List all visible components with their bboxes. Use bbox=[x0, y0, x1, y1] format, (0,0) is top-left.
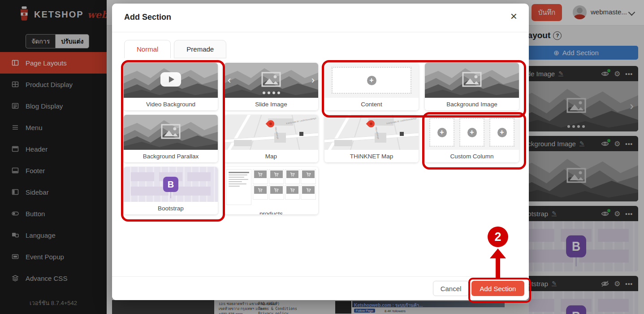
add-section-button[interactable]: Add Section bbox=[471, 281, 524, 296]
tile-label: Video Background bbox=[124, 98, 218, 110]
tile-label: Custom Column bbox=[425, 150, 519, 162]
tile-label: Background Image bbox=[425, 98, 519, 110]
tile-label: products bbox=[224, 207, 318, 214]
tile-label: Bootstrap bbox=[124, 202, 218, 214]
tile-label: Slide Image bbox=[224, 98, 318, 110]
modal-header: Add Section × bbox=[112, 4, 529, 32]
column-placeholder: + bbox=[489, 118, 514, 147]
product-cards bbox=[253, 170, 316, 205]
tile-products[interactable]: products bbox=[224, 167, 318, 214]
tile-content[interactable]: + Content bbox=[324, 63, 419, 110]
tile-label: Background Parallax bbox=[124, 150, 218, 162]
tab-premade[interactable]: Premade bbox=[174, 40, 226, 58]
carousel-dots bbox=[224, 92, 318, 94]
column-placeholder: + bbox=[459, 118, 484, 147]
play-icon bbox=[160, 72, 181, 88]
tile-bootstrap[interactable]: B Bootstrap bbox=[124, 167, 218, 214]
close-icon[interactable]: × bbox=[508, 10, 520, 22]
tile-label: Map bbox=[224, 150, 318, 162]
plus-icon: + bbox=[437, 128, 447, 137]
content-placeholder: + bbox=[332, 67, 411, 94]
plus-icon: + bbox=[467, 128, 477, 137]
tile-custom-column[interactable]: + + + Custom Column bbox=[425, 115, 519, 162]
tile-background-image[interactable]: Background Image bbox=[425, 63, 519, 110]
tab-normal[interactable]: Normal bbox=[124, 40, 171, 58]
image-glyph-icon bbox=[161, 124, 181, 141]
image-glyph-icon bbox=[261, 72, 281, 89]
cancel-button[interactable]: Cancel bbox=[433, 281, 469, 296]
image-glyph-icon bbox=[462, 72, 482, 89]
document-thumb bbox=[227, 170, 251, 205]
annotation-step-badge: 2 bbox=[488, 227, 508, 247]
tile-video-background[interactable]: Video Background bbox=[124, 63, 218, 110]
modal-tabs: Normal Premade bbox=[124, 40, 226, 58]
modal-footer: Cancel Add Section bbox=[112, 276, 529, 300]
tile-label: THiNKNET Map bbox=[324, 150, 419, 162]
tile-label: Content bbox=[324, 98, 419, 110]
tile-map[interactable]: Kardynała M. LedóchowskiegoPiłsudskiego … bbox=[224, 115, 318, 162]
column-placeholder: + bbox=[429, 118, 454, 147]
annotation-arrow-head bbox=[490, 249, 506, 258]
carousel-prev-icon: ‹ bbox=[228, 74, 231, 86]
plus-icon: + bbox=[497, 128, 507, 137]
plus-icon: + bbox=[367, 76, 376, 85]
tile-background-parallax[interactable]: Background Parallax bbox=[124, 115, 218, 162]
tile-slide-image[interactable]: ‹ › Slide Image bbox=[224, 63, 318, 110]
carousel-next-icon: › bbox=[311, 74, 315, 86]
add-section-modal: Add Section × Normal Premade Video Backg… bbox=[112, 4, 529, 300]
tile-thinknet-map[interactable]: Kardynała M. LedóchowskiegoPiłsudskiego … bbox=[324, 115, 419, 162]
annotation-arrow-shaft bbox=[496, 258, 500, 279]
modal-title: Add Section bbox=[124, 13, 171, 22]
